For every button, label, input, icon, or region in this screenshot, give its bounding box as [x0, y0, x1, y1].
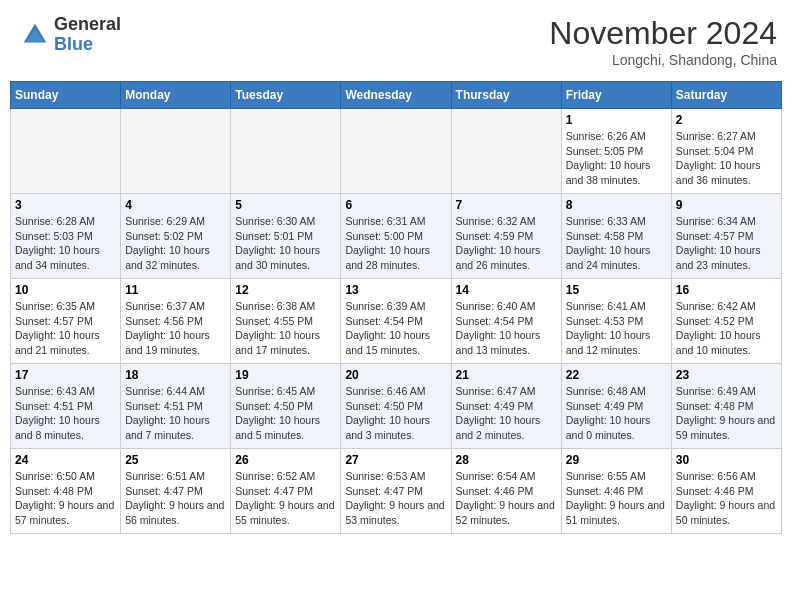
day-info: Sunrise: 6:28 AM Sunset: 5:03 PM Dayligh…: [15, 214, 116, 273]
logo-general: General: [54, 15, 121, 35]
calendar-cell: 15Sunrise: 6:41 AM Sunset: 4:53 PM Dayli…: [561, 279, 671, 364]
calendar-cell: 11Sunrise: 6:37 AM Sunset: 4:56 PM Dayli…: [121, 279, 231, 364]
day-info: Sunrise: 6:48 AM Sunset: 4:49 PM Dayligh…: [566, 384, 667, 443]
day-info: Sunrise: 6:49 AM Sunset: 4:48 PM Dayligh…: [676, 384, 777, 443]
day-number: 9: [676, 198, 777, 212]
calendar-cell: 8Sunrise: 6:33 AM Sunset: 4:58 PM Daylig…: [561, 194, 671, 279]
weekday-header: Wednesday: [341, 82, 451, 109]
day-number: 24: [15, 453, 116, 467]
day-number: 11: [125, 283, 226, 297]
calendar-cell: 13Sunrise: 6:39 AM Sunset: 4:54 PM Dayli…: [341, 279, 451, 364]
day-info: Sunrise: 6:55 AM Sunset: 4:46 PM Dayligh…: [566, 469, 667, 528]
day-number: 27: [345, 453, 446, 467]
day-number: 13: [345, 283, 446, 297]
calendar-cell: [341, 109, 451, 194]
calendar-cell: 16Sunrise: 6:42 AM Sunset: 4:52 PM Dayli…: [671, 279, 781, 364]
day-number: 17: [15, 368, 116, 382]
calendar-cell: 19Sunrise: 6:45 AM Sunset: 4:50 PM Dayli…: [231, 364, 341, 449]
day-info: Sunrise: 6:26 AM Sunset: 5:05 PM Dayligh…: [566, 129, 667, 188]
weekday-header: Monday: [121, 82, 231, 109]
day-number: 4: [125, 198, 226, 212]
calendar-cell: 22Sunrise: 6:48 AM Sunset: 4:49 PM Dayli…: [561, 364, 671, 449]
day-info: Sunrise: 6:51 AM Sunset: 4:47 PM Dayligh…: [125, 469, 226, 528]
day-info: Sunrise: 6:44 AM Sunset: 4:51 PM Dayligh…: [125, 384, 226, 443]
calendar-cell: 2Sunrise: 6:27 AM Sunset: 5:04 PM Daylig…: [671, 109, 781, 194]
calendar-cell: 30Sunrise: 6:56 AM Sunset: 4:46 PM Dayli…: [671, 449, 781, 534]
day-number: 16: [676, 283, 777, 297]
day-number: 1: [566, 113, 667, 127]
day-number: 14: [456, 283, 557, 297]
calendar-cell: 5Sunrise: 6:30 AM Sunset: 5:01 PM Daylig…: [231, 194, 341, 279]
calendar-cell: 9Sunrise: 6:34 AM Sunset: 4:57 PM Daylig…: [671, 194, 781, 279]
day-number: 10: [15, 283, 116, 297]
day-number: 20: [345, 368, 446, 382]
day-number: 15: [566, 283, 667, 297]
calendar-cell: 26Sunrise: 6:52 AM Sunset: 4:47 PM Dayli…: [231, 449, 341, 534]
day-info: Sunrise: 6:40 AM Sunset: 4:54 PM Dayligh…: [456, 299, 557, 358]
day-number: 30: [676, 453, 777, 467]
day-info: Sunrise: 6:56 AM Sunset: 4:46 PM Dayligh…: [676, 469, 777, 528]
calendar-cell: 27Sunrise: 6:53 AM Sunset: 4:47 PM Dayli…: [341, 449, 451, 534]
calendar-cell: 3Sunrise: 6:28 AM Sunset: 5:03 PM Daylig…: [11, 194, 121, 279]
calendar-cell: 4Sunrise: 6:29 AM Sunset: 5:02 PM Daylig…: [121, 194, 231, 279]
day-number: 22: [566, 368, 667, 382]
day-info: Sunrise: 6:54 AM Sunset: 4:46 PM Dayligh…: [456, 469, 557, 528]
weekday-header: Friday: [561, 82, 671, 109]
day-info: Sunrise: 6:30 AM Sunset: 5:01 PM Dayligh…: [235, 214, 336, 273]
calendar-cell: 24Sunrise: 6:50 AM Sunset: 4:48 PM Dayli…: [11, 449, 121, 534]
day-number: 5: [235, 198, 336, 212]
calendar-cell: 23Sunrise: 6:49 AM Sunset: 4:48 PM Dayli…: [671, 364, 781, 449]
logo-blue: Blue: [54, 35, 121, 55]
day-info: Sunrise: 6:52 AM Sunset: 4:47 PM Dayligh…: [235, 469, 336, 528]
day-info: Sunrise: 6:43 AM Sunset: 4:51 PM Dayligh…: [15, 384, 116, 443]
day-number: 28: [456, 453, 557, 467]
calendar-cell: 28Sunrise: 6:54 AM Sunset: 4:46 PM Dayli…: [451, 449, 561, 534]
weekday-header: Saturday: [671, 82, 781, 109]
day-number: 29: [566, 453, 667, 467]
calendar-cell: 25Sunrise: 6:51 AM Sunset: 4:47 PM Dayli…: [121, 449, 231, 534]
calendar-cell: 17Sunrise: 6:43 AM Sunset: 4:51 PM Dayli…: [11, 364, 121, 449]
day-number: 18: [125, 368, 226, 382]
day-number: 6: [345, 198, 446, 212]
day-number: 26: [235, 453, 336, 467]
day-info: Sunrise: 6:50 AM Sunset: 4:48 PM Dayligh…: [15, 469, 116, 528]
day-info: Sunrise: 6:32 AM Sunset: 4:59 PM Dayligh…: [456, 214, 557, 273]
header: General Blue November 2024 Longchi, Shan…: [10, 10, 782, 73]
month-title: November 2024: [549, 15, 777, 52]
day-number: 2: [676, 113, 777, 127]
day-info: Sunrise: 6:42 AM Sunset: 4:52 PM Dayligh…: [676, 299, 777, 358]
day-info: Sunrise: 6:46 AM Sunset: 4:50 PM Dayligh…: [345, 384, 446, 443]
day-number: 23: [676, 368, 777, 382]
day-info: Sunrise: 6:45 AM Sunset: 4:50 PM Dayligh…: [235, 384, 336, 443]
day-info: Sunrise: 6:35 AM Sunset: 4:57 PM Dayligh…: [15, 299, 116, 358]
calendar-cell: 1Sunrise: 6:26 AM Sunset: 5:05 PM Daylig…: [561, 109, 671, 194]
day-number: 7: [456, 198, 557, 212]
day-info: Sunrise: 6:33 AM Sunset: 4:58 PM Dayligh…: [566, 214, 667, 273]
logo-icon: [20, 20, 50, 50]
day-info: Sunrise: 6:41 AM Sunset: 4:53 PM Dayligh…: [566, 299, 667, 358]
day-number: 19: [235, 368, 336, 382]
calendar-cell: 12Sunrise: 6:38 AM Sunset: 4:55 PM Dayli…: [231, 279, 341, 364]
day-number: 21: [456, 368, 557, 382]
day-info: Sunrise: 6:27 AM Sunset: 5:04 PM Dayligh…: [676, 129, 777, 188]
calendar-cell: [231, 109, 341, 194]
location: Longchi, Shandong, China: [549, 52, 777, 68]
day-info: Sunrise: 6:29 AM Sunset: 5:02 PM Dayligh…: [125, 214, 226, 273]
calendar-cell: [121, 109, 231, 194]
day-info: Sunrise: 6:39 AM Sunset: 4:54 PM Dayligh…: [345, 299, 446, 358]
calendar-cell: [11, 109, 121, 194]
calendar-cell: 29Sunrise: 6:55 AM Sunset: 4:46 PM Dayli…: [561, 449, 671, 534]
calendar-cell: [451, 109, 561, 194]
calendar-cell: 20Sunrise: 6:46 AM Sunset: 4:50 PM Dayli…: [341, 364, 451, 449]
weekday-header: Tuesday: [231, 82, 341, 109]
calendar-cell: 6Sunrise: 6:31 AM Sunset: 5:00 PM Daylig…: [341, 194, 451, 279]
logo: General Blue: [20, 15, 121, 55]
calendar-cell: 14Sunrise: 6:40 AM Sunset: 4:54 PM Dayli…: [451, 279, 561, 364]
day-number: 25: [125, 453, 226, 467]
calendar-cell: 7Sunrise: 6:32 AM Sunset: 4:59 PM Daylig…: [451, 194, 561, 279]
day-info: Sunrise: 6:34 AM Sunset: 4:57 PM Dayligh…: [676, 214, 777, 273]
weekday-header: Sunday: [11, 82, 121, 109]
day-info: Sunrise: 6:38 AM Sunset: 4:55 PM Dayligh…: [235, 299, 336, 358]
logo-text: General Blue: [54, 15, 121, 55]
calendar-cell: 18Sunrise: 6:44 AM Sunset: 4:51 PM Dayli…: [121, 364, 231, 449]
